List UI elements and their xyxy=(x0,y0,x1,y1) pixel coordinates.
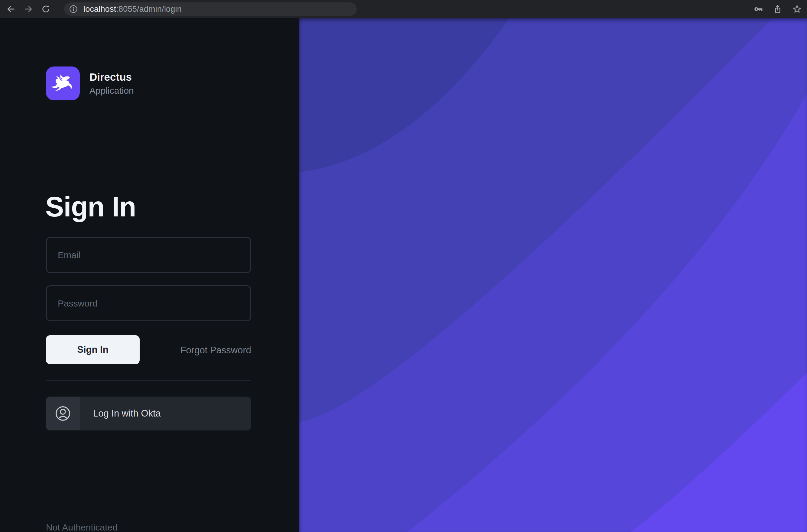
forgot-password-link[interactable]: Forgot Password xyxy=(139,345,251,356)
brand: Directus Application xyxy=(46,66,134,100)
artwork-shadow xyxy=(299,18,807,532)
url-text: localhost:8055/admin/login xyxy=(83,4,181,14)
sso-label: Log In with Okta xyxy=(93,408,161,419)
back-button[interactable] xyxy=(4,2,18,16)
password-input[interactable] xyxy=(46,285,251,321)
directus-rabbit-icon xyxy=(49,69,77,98)
directus-logo xyxy=(46,66,80,100)
forward-icon xyxy=(23,4,34,14)
back-icon xyxy=(6,4,16,14)
sso-icon-cell xyxy=(46,397,80,431)
email-input[interactable] xyxy=(46,237,251,273)
url-path: :8055/admin/login xyxy=(116,4,181,14)
forward-button[interactable] xyxy=(22,2,35,16)
login-panel: Directus Application Sign In Sign In For… xyxy=(0,18,299,532)
star-icon xyxy=(792,4,802,14)
account-circle-icon xyxy=(54,405,71,422)
browser-window: localhost:8055/admin/login xyxy=(0,0,807,532)
password-key-button[interactable] xyxy=(753,3,764,15)
reload-button[interactable] xyxy=(39,2,53,16)
artwork-panel xyxy=(299,18,807,532)
okta-login-button[interactable]: Log In with Okta xyxy=(46,397,251,431)
address-bar[interactable]: localhost:8055/admin/login xyxy=(64,2,357,16)
browser-toolbar: localhost:8055/admin/login xyxy=(0,0,807,18)
brand-subtitle: Application xyxy=(90,86,134,96)
info-icon[interactable] xyxy=(69,4,78,14)
bookmark-button[interactable] xyxy=(791,3,803,15)
share-button[interactable] xyxy=(772,3,784,15)
brand-title: Directus xyxy=(90,71,134,83)
key-icon xyxy=(753,4,763,14)
divider xyxy=(46,380,251,381)
reload-icon xyxy=(41,4,51,14)
share-icon xyxy=(773,4,783,14)
sign-in-button[interactable]: Sign In xyxy=(46,335,140,364)
page-title: Sign In xyxy=(45,193,136,221)
url-host: localhost xyxy=(83,4,116,14)
auth-status: Not Authenticated xyxy=(46,522,118,532)
